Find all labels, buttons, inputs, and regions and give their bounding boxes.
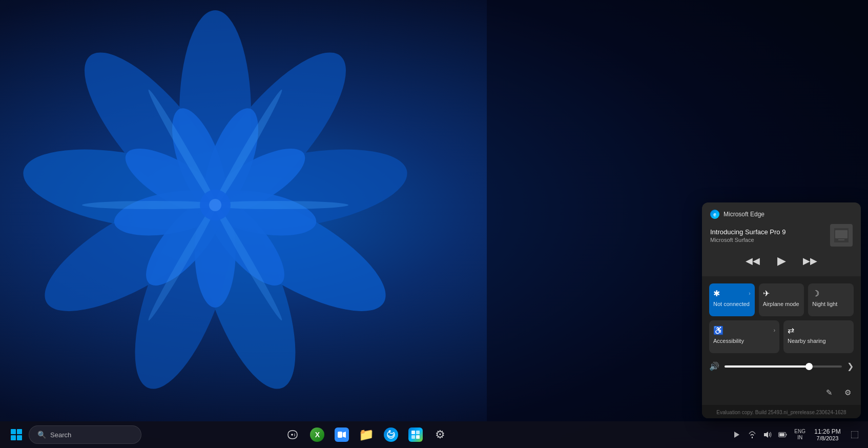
airplane-label: Airplane mode xyxy=(763,300,799,308)
taskbar-app-xbox[interactable]: X xyxy=(306,423,328,446)
airplane-icon: ✈ xyxy=(763,289,770,298)
language-region: IN xyxy=(797,435,802,441)
taskbar-app-zoom[interactable] xyxy=(330,423,353,446)
gamepad-icon xyxy=(286,428,299,441)
taskbar-search[interactable]: 🔍 Search xyxy=(29,425,141,444)
show-hidden-icons-button[interactable] xyxy=(730,427,744,442)
store-icon xyxy=(408,427,423,442)
svg-marker-37 xyxy=(343,432,346,438)
taskbar-app-file-explorer[interactable]: 📁 xyxy=(355,423,378,446)
night-light-toggle[interactable]: ☽ Night light xyxy=(808,283,854,316)
clock-date: 7/8/2023 xyxy=(817,435,839,441)
night-light-label: Night light xyxy=(812,300,837,308)
toggle-grid-row1: ✱ › Not connected ✈ Airplane mode ☽ Nigh… xyxy=(709,283,854,316)
media-player-card: e Microsoft Edge Introducing Surface Pro… xyxy=(702,202,861,276)
media-text: Introducing Surface Pro 9 Microsoft Surf… xyxy=(710,228,830,243)
taskbar-center-apps: X 📁 xyxy=(281,423,451,446)
svg-point-34 xyxy=(294,434,295,435)
language-indicator[interactable]: ENG IN xyxy=(792,427,808,442)
notification-center-button[interactable] xyxy=(848,427,862,442)
media-controls: ◀◀ ▶ ▶▶ xyxy=(710,253,853,269)
system-tray xyxy=(730,427,790,442)
night-light-icon: ☽ xyxy=(812,289,819,298)
clock-display[interactable]: 11:26 PM 7/8/2023 xyxy=(810,426,845,443)
accessibility-toggle[interactable]: ♿ › Accessibility xyxy=(709,320,779,353)
svg-marker-42 xyxy=(734,432,739,438)
svg-rect-40 xyxy=(411,435,415,439)
volume-slider[interactable] xyxy=(725,365,842,368)
xbox-icon: X xyxy=(310,427,324,442)
language-code: ENG xyxy=(794,429,805,435)
open-settings-button[interactable]: ⚙ xyxy=(839,384,856,401)
accessibility-label: Accessibility xyxy=(713,337,744,344)
network-icon[interactable] xyxy=(745,427,759,442)
clock-time: 11:26 PM xyxy=(814,428,840,435)
volume-thumb xyxy=(805,363,813,370)
svg-rect-45 xyxy=(779,433,784,436)
bluetooth-toggle[interactable]: ✱ › Not connected xyxy=(709,283,755,316)
media-next-button[interactable]: ▶▶ xyxy=(802,253,818,269)
bluetooth-icon: ✱ xyxy=(713,289,720,298)
edge-icon xyxy=(384,427,398,442)
toggle-grid-row2: ♿ › Accessibility ⇄ Nearby sharing xyxy=(709,320,854,353)
edge-app-icon: e xyxy=(710,210,719,219)
airplane-mode-toggle[interactable]: ✈ Airplane mode xyxy=(759,283,804,316)
volume-expand-icon[interactable]: ❯ xyxy=(847,361,854,371)
windows-logo-icon xyxy=(11,429,22,440)
bluetooth-arrow-icon: › xyxy=(749,291,750,296)
start-button[interactable] xyxy=(6,424,27,445)
svg-rect-30 xyxy=(838,239,844,240)
svg-point-35 xyxy=(294,435,295,436)
volume-slider-wrap xyxy=(725,365,842,368)
media-prev-button[interactable]: ◀◀ xyxy=(745,253,761,269)
volume-tray-icon[interactable] xyxy=(760,427,775,442)
settings-icon: ⚙ xyxy=(433,427,447,442)
quick-toggle-area: ✱ › Not connected ✈ Airplane mode ☽ Nigh… xyxy=(702,277,861,381)
taskbar-app-settings[interactable]: ⚙ xyxy=(429,423,451,446)
accessibility-icon: ♿ xyxy=(713,325,724,335)
nearby-sharing-icon: ⇄ xyxy=(788,325,794,335)
quick-settings-bottom-bar: ✎ ⚙ xyxy=(702,381,861,405)
accessibility-arrow-icon: › xyxy=(774,328,775,333)
svg-rect-39 xyxy=(416,431,420,434)
svg-marker-43 xyxy=(764,432,768,438)
search-text: Search xyxy=(50,431,71,439)
nearby-sharing-label: Nearby sharing xyxy=(788,337,826,344)
bluetooth-label: Not connected xyxy=(713,300,750,308)
watermark-text: Evaluation copy. Build 25493.ni_prerelea… xyxy=(716,410,846,415)
volume-fill xyxy=(725,365,809,368)
svg-rect-38 xyxy=(411,431,415,434)
battery-icon[interactable] xyxy=(776,427,790,442)
taskbar-app-edge[interactable] xyxy=(380,423,402,446)
svg-rect-29 xyxy=(835,230,848,238)
media-subtitle: Microsoft Surface xyxy=(710,237,830,243)
svg-rect-46 xyxy=(851,431,858,438)
folder-icon: 📁 xyxy=(359,427,374,442)
zoom-icon xyxy=(335,427,349,442)
media-play-button[interactable]: ▶ xyxy=(773,253,790,269)
svg-point-26 xyxy=(209,199,221,211)
svg-rect-36 xyxy=(338,432,342,438)
volume-row: 🔊 ❯ xyxy=(709,359,854,375)
media-app-name: Microsoft Edge xyxy=(724,211,764,218)
watermark-bar: Evaluation copy. Build 25493.ni_prerelea… xyxy=(702,405,861,418)
media-thumbnail xyxy=(830,224,853,247)
taskbar: 🔍 Search X xyxy=(0,421,868,448)
taskbar-app-gamepad[interactable] xyxy=(281,423,304,446)
media-info-row: Introducing Surface Pro 9 Microsoft Surf… xyxy=(710,224,853,247)
edit-quick-settings-button[interactable]: ✎ xyxy=(821,384,837,401)
media-app-row: e Microsoft Edge xyxy=(710,210,853,219)
quick-settings-panel: e Microsoft Edge Introducing Surface Pro… xyxy=(702,202,861,418)
taskbar-right: ENG IN 11:26 PM 7/8/2023 xyxy=(730,426,862,443)
volume-icon: 🔊 xyxy=(709,361,719,371)
taskbar-app-store[interactable] xyxy=(404,423,427,446)
media-title: Introducing Surface Pro 9 xyxy=(710,228,830,236)
svg-rect-41 xyxy=(416,435,420,439)
search-icon: 🔍 xyxy=(37,431,46,439)
nearby-sharing-toggle[interactable]: ⇄ Nearby sharing xyxy=(783,320,854,353)
